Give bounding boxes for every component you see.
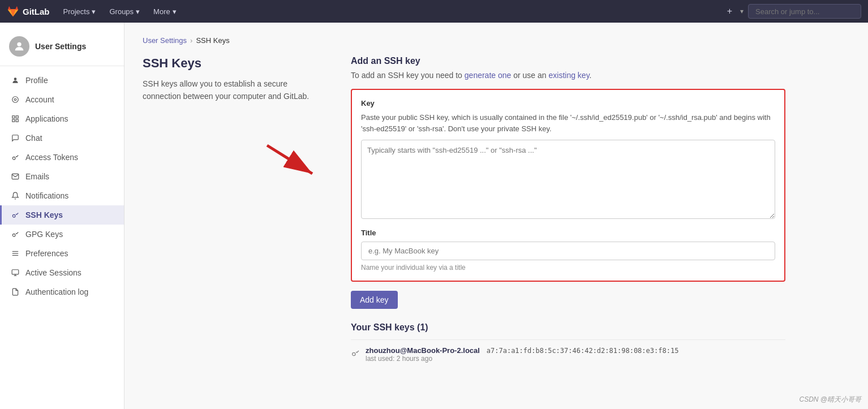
red-arrow-icon [256,137,324,182]
ssh-keys-icon [11,210,20,219]
svg-point-3 [14,98,16,101]
ssh-key-row-icon [351,348,360,360]
existing-key-link[interactable]: existing key [549,71,590,80]
sidebar-item-profile[interactable]: Profile [0,71,124,90]
content-area: User Settings › SSH Keys SSH Keys SSH ke… [124,23,803,382]
sidebar-item-account[interactable]: Account [0,90,124,109]
page-title: SSH Keys [143,56,324,71]
account-icon [11,95,20,104]
preferences-icon [11,249,20,258]
nav-groups[interactable]: Groups ▾ [105,0,144,23]
applications-icon [11,114,20,123]
svg-line-18 [267,145,312,174]
sidebar-item-emails[interactable]: Emails [0,167,124,186]
sidebar-item-active-sessions[interactable]: Active Sessions [0,263,124,282]
sidebar-item-label: Applications [25,114,68,123]
sidebar-item-label: Profile [25,76,48,85]
key-field-description: Paste your public SSH key, which is usua… [361,112,775,134]
sidebar: User Settings Profile Account Applicatio… [0,23,124,409]
sidebar-item-label: SSH Keys [25,210,63,219]
svg-rect-14 [12,270,19,274]
svg-point-1 [14,78,17,80]
arrow-annotation [143,137,324,182]
title-field: Title Name your individual key via a tit… [361,229,775,272]
breadcrumb-separator: › [190,36,192,45]
svg-rect-4 [12,116,15,118]
sidebar-item-label: Active Sessions [25,268,81,277]
notifications-icon [11,191,20,200]
breadcrumb-parent[interactable]: User Settings [143,36,187,45]
access-tokens-icon [11,153,20,162]
watermark: CSDN @晴天小哥哥 [799,395,861,404]
add-key-button[interactable]: Add key [351,291,398,309]
sidebar-item-chat[interactable]: Chat [0,128,124,148]
breadcrumb: User Settings › SSH Keys [143,36,785,45]
sidebar-item-label: Access Tokens [25,153,78,162]
nav-projects[interactable]: Projects ▾ [59,0,101,23]
svg-rect-7 [16,119,18,122]
breadcrumb-current: SSH Keys [196,36,229,45]
page-description: SSH keys allow you to establish a secure… [143,78,324,103]
svg-point-9 [12,214,15,217]
sidebar-item-authentication-log[interactable]: Authentication log [0,282,124,302]
svg-point-19 [353,352,355,355]
topnav-right: + ▾ [724,4,861,19]
ssh-form-box: Key Paste your public SSH key, which is … [351,89,785,282]
gpg-keys-icon [11,230,20,239]
sidebar-item-label: Notifications [25,191,68,200]
key-field-label: Key [361,99,775,107]
chat-icon [11,134,20,143]
profile-icon [11,76,20,85]
ssh-key-last-used: last used: 2 hours ago [366,355,785,363]
svg-point-0 [17,42,21,46]
sidebar-item-preferences[interactable]: Preferences [0,244,124,263]
add-ssh-key-description: To add an SSH key you need to generate o… [351,71,785,80]
generate-key-link[interactable]: generate one [465,71,512,80]
top-navigation: GitLab Projects ▾ Groups ▾ More ▾ + ▾ [0,0,868,23]
sidebar-user-header: User Settings [0,32,124,66]
title-field-hint: Name your individual key via a title [361,264,775,272]
sidebar-item-gpg-keys[interactable]: GPG Keys [0,225,124,244]
ssh-key-info: zhouzhou@MacBook-Pro-2.local a7:7a:a1:fd… [366,346,785,363]
svg-point-10 [12,234,15,236]
main-content: User Settings › SSH Keys SSH Keys SSH ke… [124,23,868,409]
page-body: SSH Keys SSH keys allow you to establish… [143,56,785,368]
sidebar-item-label: Authentication log [25,287,88,296]
svg-point-2 [12,97,19,103]
ssh-key-row: zhouzhou@MacBook-Pro-2.local a7:7a:a1:fd… [351,339,785,368]
sidebar-item-access-tokens[interactable]: Access Tokens [0,148,124,167]
avatar [9,36,29,57]
authentication-log-icon [11,287,20,296]
page-left-section: SSH Keys SSH keys allow you to establish… [143,56,324,182]
sidebar-item-label: Account [25,95,54,104]
svg-point-8 [12,157,15,160]
title-input[interactable] [361,242,775,260]
sidebar-item-label: Preferences [25,249,68,258]
title-field-label: Title [361,229,775,237]
your-ssh-keys-title: Your SSH keys (1) [351,322,785,333]
new-item-button[interactable]: + [724,6,736,16]
active-sessions-icon [11,268,20,277]
sidebar-item-label: Chat [25,134,42,143]
global-search-input[interactable] [748,4,861,19]
gitlab-logo[interactable]: GitLab [7,5,50,18]
sidebar-item-applications[interactable]: Applications [0,109,124,128]
sidebar-item-notifications[interactable]: Notifications [0,186,124,205]
add-ssh-key-title: Add an SSH key [351,56,785,66]
nav-more[interactable]: More ▾ [149,0,181,23]
sidebar-item-label: GPG Keys [25,230,63,239]
ssh-key-fingerprint: a7:7a:a1:fd:b8:5c:37:46:42:d2:81:98:08:e… [487,347,679,355]
key-textarea[interactable] [361,140,775,219]
main-layout: User Settings Profile Account Applicatio… [0,23,868,409]
sidebar-username: User Settings [35,42,86,51]
sidebar-item-ssh-keys[interactable]: SSH Keys [0,205,124,225]
logo-text: GitLab [23,7,50,16]
sidebar-item-label: Emails [25,172,49,181]
svg-rect-6 [12,119,15,122]
ssh-key-name: zhouzhou@MacBook-Pro-2.local a7:7a:a1:fd… [366,346,785,355]
emails-icon [11,172,20,181]
form-section: Add an SSH key To add an SSH key you nee… [351,56,785,368]
svg-rect-5 [16,116,18,118]
